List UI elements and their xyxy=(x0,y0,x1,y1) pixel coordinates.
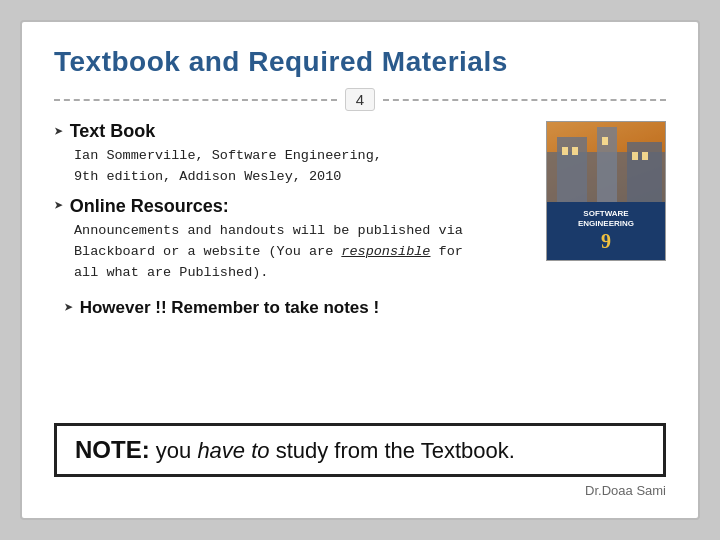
book-edition: 9 xyxy=(601,230,611,253)
textbook-line2: 9th edition, Addison Wesley, 2010 xyxy=(74,167,530,188)
book-cover-bottom: SOFTWARE ENGINEERING 9 xyxy=(547,202,665,260)
divider-right xyxy=(383,99,666,101)
svg-rect-4 xyxy=(547,122,665,212)
note-italic: have to xyxy=(197,438,269,463)
textbook-bullet: ➤ xyxy=(54,122,64,142)
online-responsible: responsible xyxy=(341,244,430,259)
textbook-line1: Ian Sommerville, Software Engineering, xyxy=(74,146,530,167)
online-section-header: ➤ Online Resources: xyxy=(54,196,530,217)
online-line2: Blackboard or a website (You are respons… xyxy=(74,242,530,263)
note-text: NOTE: you have to study from the Textboo… xyxy=(75,438,515,463)
textbook-section-header: ➤ Text Book xyxy=(54,121,530,142)
content-area: ➤ Text Book Ian Sommerville, Software En… xyxy=(54,121,666,411)
book-cover: SOFTWARE ENGINEERING 9 xyxy=(547,122,665,260)
book-cover-title-line1: SOFTWARE xyxy=(583,209,628,219)
online-section: ➤ Online Resources: Announcements and ha… xyxy=(54,196,530,284)
note-box: NOTE: you have to study from the Textboo… xyxy=(54,423,666,477)
book-cover-image: SOFTWARE ENGINEERING 9 xyxy=(546,121,666,261)
textbook-section: ➤ Text Book Ian Sommerville, Software En… xyxy=(54,121,530,188)
slide-badge: 4 xyxy=(345,88,375,111)
divider-container: 4 xyxy=(54,88,666,111)
divider-left xyxy=(54,99,337,101)
online-line1: Announcements and handouts will be publi… xyxy=(74,221,530,242)
note-text-before: you xyxy=(150,438,198,463)
online-line2-p2: or a website (You are xyxy=(155,244,341,259)
textbook-label: Text Book xyxy=(70,121,156,142)
online-label: Online Resources: xyxy=(70,196,229,217)
note-text-after: study from the Textbook. xyxy=(270,438,515,463)
main-content: ➤ Text Book Ian Sommerville, Software En… xyxy=(54,121,530,411)
book-cover-title-line2: ENGINEERING xyxy=(578,219,634,229)
building-illustration xyxy=(547,122,665,212)
however-bullet: ➤ xyxy=(64,298,74,318)
however-text: However !! Remember to take notes ! xyxy=(80,298,379,318)
note-label: NOTE: xyxy=(75,436,150,463)
slide: Textbook and Required Materials 4 ➤ Text… xyxy=(20,20,700,520)
svg-rect-6 xyxy=(572,147,578,155)
online-line3: all what are Published). xyxy=(74,263,530,284)
online-line2-p3: for xyxy=(430,244,462,259)
however-section: ➤ However !! Remember to take notes ! xyxy=(54,298,530,318)
textbook-body: Ian Sommerville, Software Engineering, 9… xyxy=(54,146,530,188)
online-bullet: ➤ xyxy=(54,196,64,216)
svg-rect-8 xyxy=(632,152,638,160)
slide-title: Textbook and Required Materials xyxy=(54,46,666,78)
book-cover-art xyxy=(547,122,665,212)
svg-rect-9 xyxy=(642,152,648,160)
svg-rect-5 xyxy=(562,147,568,155)
online-blackboard: Blackboard xyxy=(74,244,155,259)
svg-rect-7 xyxy=(602,137,608,145)
online-body: Announcements and handouts will be publi… xyxy=(54,221,530,284)
footer: Dr.Doaa Sami xyxy=(54,483,666,498)
